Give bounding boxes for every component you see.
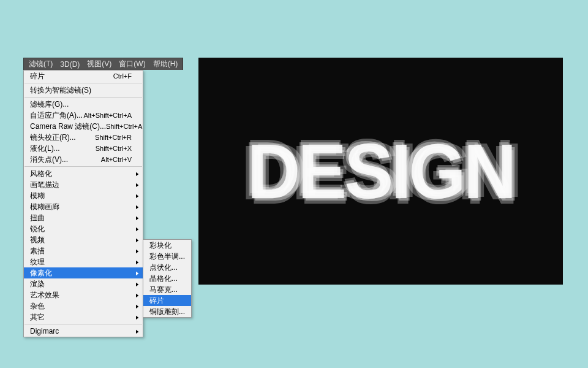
menu-artistic[interactable]: 艺术效果 bbox=[24, 289, 143, 301]
menu-blur[interactable]: 模糊 bbox=[24, 190, 143, 201]
menu-sharpen[interactable]: 锐化 bbox=[24, 223, 143, 234]
menu-convert-smart-filter[interactable]: 转换为智能滤镜(S) bbox=[24, 85, 143, 96]
design-text: DESIGN DESIGN DESIGN DESIGN DESIGN DESIG… bbox=[247, 127, 514, 216]
menu-brush-strokes[interactable]: 画笔描边 bbox=[24, 179, 143, 190]
menu-filter-gallery[interactable]: 滤镜库(G)... bbox=[24, 99, 143, 110]
menu-noise[interactable]: 杂色 bbox=[24, 301, 143, 312]
submenu-color-blocks[interactable]: 彩块化 bbox=[143, 240, 191, 251]
menu-liquify[interactable]: 液化(L)... Shift+Ctrl+X bbox=[24, 143, 143, 154]
menu-separator bbox=[24, 324, 142, 324]
submenu-pointillize[interactable]: 点状化... bbox=[143, 262, 191, 273]
menubar-filter[interactable]: 滤镜(T) bbox=[25, 58, 56, 71]
menu-other[interactable]: 其它 bbox=[24, 312, 143, 323]
filter-menu: 碎片 Ctrl+F 转换为智能滤镜(S) 滤镜库(G)... 自适应广角(A).… bbox=[23, 70, 143, 337]
submenu-crystallize[interactable]: 晶格化... bbox=[143, 273, 191, 284]
submenu-color-halftone[interactable]: 彩色半调... bbox=[143, 251, 191, 262]
menu-sketch[interactable]: 素描 bbox=[24, 245, 143, 256]
menubar-view[interactable]: 视图(V) bbox=[83, 58, 115, 71]
menu-texture[interactable]: 纹理 bbox=[24, 256, 143, 267]
menu-pixelate[interactable]: 像素化 bbox=[24, 267, 143, 278]
menu-distort[interactable]: 扭曲 bbox=[24, 212, 143, 223]
menu-video[interactable]: 视频 bbox=[24, 234, 143, 245]
menu-digimarc[interactable]: Digimarc bbox=[24, 326, 143, 337]
menu-camera-raw-filter[interactable]: Camera Raw 滤镜(C)... Shift+Ctrl+A bbox=[24, 121, 143, 132]
image-canvas: DESIGN DESIGN DESIGN DESIGN DESIGN DESIG… bbox=[198, 58, 563, 285]
menu-lens-correction[interactable]: 镜头校正(R)... Shift+Ctrl+R bbox=[24, 132, 143, 143]
menu-blur-gallery[interactable]: 模糊画廊 bbox=[24, 201, 143, 212]
submenu-mosaic[interactable]: 马赛克... bbox=[143, 284, 191, 295]
submenu-mezzotint[interactable]: 铜版雕刻... bbox=[143, 306, 191, 317]
submenu-fragment[interactable]: 碎片 bbox=[143, 295, 191, 306]
menu-render[interactable]: 渲染 bbox=[24, 278, 143, 289]
menu-stylize[interactable]: 风格化 bbox=[24, 168, 143, 179]
app-menubar: 滤镜(T) 3D(D) 视图(V) 窗口(W) 帮助(H) bbox=[23, 58, 183, 70]
menu-adaptive-wide-angle[interactable]: 自适应广角(A)... Alt+Shift+Ctrl+A bbox=[24, 110, 143, 121]
menubar-3d[interactable]: 3D(D) bbox=[56, 59, 83, 70]
menu-separator bbox=[24, 97, 142, 98]
menubar-help[interactable]: 帮助(H) bbox=[149, 58, 182, 71]
menu-separator bbox=[24, 83, 142, 83]
menu-vanishing-point[interactable]: 消失点(V)... Alt+Ctrl+V bbox=[24, 154, 143, 165]
menubar-window[interactable]: 窗口(W) bbox=[115, 58, 149, 71]
menu-last-filter[interactable]: 碎片 Ctrl+F bbox=[24, 71, 143, 82]
pixelate-submenu: 彩块化 彩色半调... 点状化... 晶格化... 马赛克... 碎片 铜版雕刻… bbox=[143, 239, 192, 318]
menu-separator bbox=[24, 166, 142, 167]
